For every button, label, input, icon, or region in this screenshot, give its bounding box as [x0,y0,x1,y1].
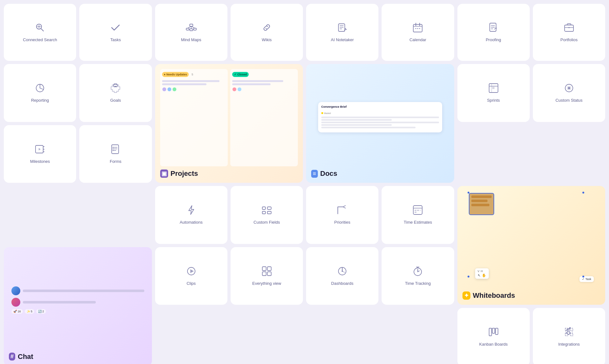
chat-line-2 [23,301,96,303]
svg-rect-77 [495,328,498,335]
chat-label: # Chat [9,353,147,361]
svg-point-19 [416,28,416,29]
milestones-label: Milestones [30,159,50,164]
svg-rect-60 [417,210,419,211]
time-tracking-label: Time Tracking [405,281,431,286]
custom-fields-card[interactable]: Custom Fields [231,186,303,244]
reporting-card[interactable]: Reporting [4,64,76,122]
custom-fields-label: Custom Fields [253,220,280,225]
timeestimates-icon [412,204,423,216]
custom-status-card[interactable]: Custom Status [533,64,605,122]
forms-label: Forms [110,159,121,164]
sprints-card[interactable]: Sprints [457,64,530,122]
whiteboards-card[interactable]: V H ↖ ✋ ✓ Task [457,186,606,305]
everything-view-label: Everything view [252,281,281,286]
ai-notetaker-label: AI Notetaker [331,37,354,43]
dashboards-card[interactable]: Dashboards [306,247,378,305]
everything-view-card[interactable]: Everything view [231,247,303,305]
svg-rect-76 [492,328,495,333]
link-icon [261,22,272,33]
goals-card[interactable]: Goals [79,64,152,122]
everythingview-icon [261,265,272,277]
docs-card[interactable]: Convergence Brief Market ≡ Docs [306,64,454,183]
svg-point-20 [417,28,418,29]
clips-card[interactable]: Clips [155,247,227,305]
chat-badge-rocket: 🚀 16 [11,309,23,314]
mind-maps-card[interactable]: Mind Maps [155,4,227,61]
kanban-boards-card[interactable]: Kanban Boards [457,308,530,364]
svg-point-49 [113,148,114,149]
chat-preview: 🚀 16 ✨ 5 🔄 2 [9,251,147,349]
feature-grid: Connected Search Tasks Mind Maps [4,4,605,364]
svg-rect-67 [267,272,271,276]
needs-updates-badge: ● Needs Updates [162,72,189,77]
tasks-card[interactable]: Tasks [79,4,152,61]
aiedit-icon [337,22,348,33]
spacer-3b [4,186,152,244]
forms-card[interactable]: Forms [79,125,152,183]
docs-label: ≡ Docs [311,169,449,178]
portfolios-label: Portfolios [560,37,578,43]
svg-rect-29 [568,27,570,28]
projects-card[interactable]: ● Needs Updates 5 ✓ Closed [155,64,303,183]
svg-rect-11 [338,24,345,31]
time-estimates-card[interactable]: Time Estimates [382,186,454,244]
docs-content: Convergence Brief Market ≡ Docs [306,64,454,183]
whiteboards-content: V H ↖ ✋ ✓ Task [457,186,606,305]
projects-label: ▣ Projects [160,169,298,178]
automations-card[interactable]: Automations [155,186,227,244]
chat-avatar-2 [11,298,20,307]
ai-notetaker-card[interactable]: AI Notetaker [306,4,378,61]
svg-rect-61 [420,210,421,211]
svg-rect-66 [262,272,266,276]
svg-marker-63 [190,269,194,273]
chat-card[interactable]: 🚀 16 ✨ 5 🔄 2 # Chat [4,247,152,364]
connected-search-card[interactable]: Connected Search [4,4,76,61]
portfolios-card[interactable]: Portfolios [533,4,605,61]
wikis-label: Wikis [262,37,272,43]
svg-rect-5 [186,28,189,30]
svg-rect-7 [193,28,196,30]
wb-toolbar: V H ↖ ✋ [475,268,489,279]
automations-label: Automations [180,220,202,225]
timetracking-icon [412,265,423,277]
svg-line-8 [187,26,191,28]
time-tracking-card[interactable]: Time Tracking [382,247,454,305]
wb-handle-tr [582,192,584,194]
mind-maps-label: Mind Maps [181,37,201,43]
proofing-label: Proofing [486,37,501,43]
svg-point-21 [419,28,420,29]
chat-reaction-badges: 🚀 16 ✨ 5 🔄 2 [11,309,144,314]
reporting-label: Reporting [31,98,49,103]
chat-logo: # [9,353,15,361]
whiteboards-logo: ✦ [462,291,470,300]
clips-label: Clips [187,281,196,286]
proofing-icon [488,22,499,33]
dashboards-icon [337,265,348,277]
docs-title: Convergence Brief [321,105,439,108]
proofing-card[interactable]: Proofing [457,4,530,61]
svg-rect-4 [190,24,193,26]
chat-avatar-1 [11,286,20,295]
goals-label: Goals [110,98,121,103]
wb-main-shape [469,193,494,215]
portfolios-icon [563,22,575,33]
priorities-card[interactable]: Priorities [306,186,378,244]
check-icon [110,22,121,33]
clips-icon [186,265,197,277]
integrations-card[interactable]: Integrations [533,308,605,364]
milestones-card[interactable]: Milestones [4,125,76,183]
chat-badge-star: ✨ 5 [25,309,35,314]
svg-rect-58 [415,210,416,211]
svg-rect-53 [267,207,271,209]
svg-rect-64 [262,267,266,271]
calendar-card[interactable]: Calendar [382,4,454,61]
forms-icon [110,144,121,155]
col1-count: 5 [192,73,193,76]
svg-rect-75 [489,328,492,336]
goals-icon [110,82,121,94]
docs-preview: Convergence Brief Market [311,68,449,166]
kanban-boards-label: Kanban Boards [479,342,508,347]
docs-logo: ≡ [311,170,318,178]
wikis-card[interactable]: Wikis [231,4,303,61]
